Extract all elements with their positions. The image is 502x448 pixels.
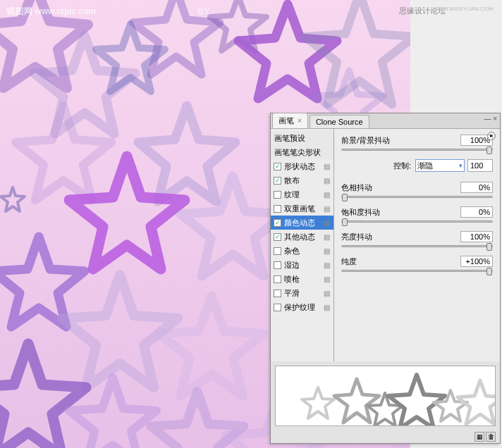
- watermark-by: BY: [197, 6, 209, 16]
- lock-icon[interactable]: ▤: [322, 304, 331, 311]
- option-row-1[interactable]: 画笔笔尖形状: [271, 145, 333, 159]
- option-label: 双重画笔: [284, 204, 322, 214]
- option-row-4[interactable]: 纹理▤: [271, 187, 333, 201]
- watermark-topleft: 昵图网 www.nipic.com: [7, 6, 96, 18]
- control-selected: 渐隐: [417, 161, 433, 171]
- color-dynamics-settings: 前景/背景抖动 控制: 渐隐 ▾ 色相抖动: [334, 129, 500, 361]
- control-select[interactable]: 渐隐 ▾: [415, 159, 465, 172]
- hue-jitter-label: 色相抖动: [341, 182, 372, 193]
- lock-icon[interactable]: ▤: [322, 191, 331, 199]
- lock-icon[interactable]: ▤: [322, 290, 331, 297]
- setting-sat-jitter: 饱和度抖动: [341, 206, 493, 223]
- option-label: 画笔预设: [274, 133, 331, 144]
- setting-fgbg-jitter: 前景/背景抖动: [341, 135, 493, 151]
- chevron-down-icon: ▾: [459, 162, 463, 169]
- lock-icon[interactable]: ▤: [322, 163, 331, 170]
- option-row-5[interactable]: 双重画笔▤: [271, 201, 333, 216]
- option-checkbox[interactable]: [274, 247, 281, 255]
- sat-jitter-slider[interactable]: [341, 220, 493, 223]
- option-label: 其他动态: [284, 232, 322, 242]
- option-checkbox[interactable]: [274, 205, 281, 213]
- option-checkbox[interactable]: [274, 191, 281, 199]
- option-row-11[interactable]: 平滑▤: [271, 286, 333, 300]
- lock-icon[interactable]: ▤: [322, 247, 331, 255]
- purity-value[interactable]: [460, 256, 493, 267]
- bright-jitter-slider[interactable]: [341, 245, 493, 247]
- option-row-9[interactable]: 湿边▤: [271, 258, 333, 272]
- brush-preview: [275, 366, 496, 426]
- fgbg-jitter-label: 前景/背景抖动: [341, 135, 390, 146]
- option-checkbox[interactable]: ✓: [274, 219, 281, 227]
- option-label: 湿边: [284, 260, 322, 270]
- panel-body: 画笔预设画笔笔尖形状✓形状动态▤✓散布▤纹理▤双重画笔▤✓颜色动态▤✓其他动态▤…: [271, 129, 500, 361]
- option-checkbox[interactable]: [274, 304, 281, 311]
- tab-clone-source[interactable]: Clone Source: [310, 115, 369, 128]
- option-row-12[interactable]: 保护纹理▤: [271, 300, 333, 314]
- panel-window-controls: — ×: [484, 115, 497, 123]
- sat-jitter-label: 饱和度抖动: [341, 207, 380, 218]
- brush-option-list: 画笔预设画笔笔尖形状✓形状动态▤✓散布▤纹理▤双重画笔▤✓颜色动态▤✓其他动态▤…: [271, 129, 334, 361]
- option-label: 形状动态: [284, 161, 322, 172]
- option-label: 杂色: [284, 246, 322, 256]
- tab-brush-label: 画笔: [278, 116, 294, 125]
- option-row-3[interactable]: ✓散布▤: [271, 173, 333, 187]
- option-checkbox[interactable]: ✓: [274, 163, 281, 170]
- hue-jitter-slider[interactable]: [341, 196, 493, 198]
- option-label: 喷枪: [284, 274, 322, 285]
- panel-menu-icon[interactable]: ▸: [487, 132, 496, 140]
- brush-panel: 画笔 × Clone Source — × ▸ 画笔预设画笔笔尖形状✓形状动态▤…: [270, 113, 501, 444]
- control-label: 控制:: [393, 161, 411, 171]
- tab-clone-label: Clone Source: [316, 118, 363, 126]
- setting-bright-jitter: 亮度抖动: [341, 231, 493, 247]
- option-checkbox[interactable]: [274, 290, 281, 297]
- option-label: 颜色动态: [284, 218, 322, 228]
- option-checkbox[interactable]: ✓: [274, 233, 281, 241]
- bright-jitter-label: 亮度抖动: [341, 232, 372, 242]
- option-checkbox[interactable]: [274, 275, 281, 283]
- lock-icon[interactable]: ▤: [322, 205, 331, 213]
- lock-icon[interactable]: ▤: [322, 177, 331, 185]
- lock-icon[interactable]: ▤: [322, 261, 331, 269]
- option-label: 纹理: [284, 189, 322, 200]
- lock-icon[interactable]: ▤: [322, 275, 331, 283]
- tab-brush[interactable]: 画笔 ×: [272, 113, 308, 128]
- option-label: 保护纹理: [284, 302, 322, 313]
- fgbg-jitter-slider[interactable]: [341, 149, 493, 151]
- option-label: 散布: [284, 175, 322, 186]
- option-row-8[interactable]: 杂色▤: [271, 244, 333, 258]
- option-row-2[interactable]: ✓形状动态▤: [271, 159, 333, 173]
- option-checkbox[interactable]: [274, 261, 281, 269]
- tab-close-icon[interactable]: ×: [298, 117, 302, 125]
- purity-slider[interactable]: [341, 270, 493, 272]
- option-label: 平滑: [284, 288, 322, 299]
- control-count-input[interactable]: [467, 159, 493, 172]
- delete-button[interactable]: 🗑: [486, 432, 496, 442]
- option-checkbox[interactable]: ✓: [274, 177, 281, 185]
- lock-icon[interactable]: ▤: [322, 219, 331, 227]
- option-row-0[interactable]: 画笔预设: [271, 131, 333, 145]
- option-row-6[interactable]: ✓颜色动态▤: [271, 216, 333, 230]
- control-row: 控制: 渐隐 ▾: [341, 159, 493, 172]
- option-row-10[interactable]: 喷枪▤: [271, 272, 333, 286]
- option-label: 画笔笔尖形状: [274, 147, 331, 158]
- hue-jitter-value[interactable]: [460, 182, 493, 193]
- panel-tabs: 画笔 × Clone Source: [271, 113, 500, 129]
- lock-icon[interactable]: ▤: [322, 233, 331, 241]
- setting-purity: 纯度: [341, 256, 493, 272]
- panel-bottom-controls: ▦ 🗑: [475, 432, 496, 442]
- setting-hue-jitter: 色相抖动: [341, 182, 493, 198]
- watermark-topright2: WWW.MISSYUAN.COM: [432, 6, 494, 12]
- new-preset-button[interactable]: ▦: [475, 432, 484, 442]
- sat-jitter-value[interactable]: [460, 206, 493, 218]
- option-row-7[interactable]: ✓其他动态▤: [271, 230, 333, 244]
- panel-minimize-icon[interactable]: —: [484, 115, 491, 123]
- panel-close-icon[interactable]: ×: [493, 115, 497, 123]
- bright-jitter-value[interactable]: [460, 231, 493, 242]
- purity-label: 纯度: [341, 256, 357, 267]
